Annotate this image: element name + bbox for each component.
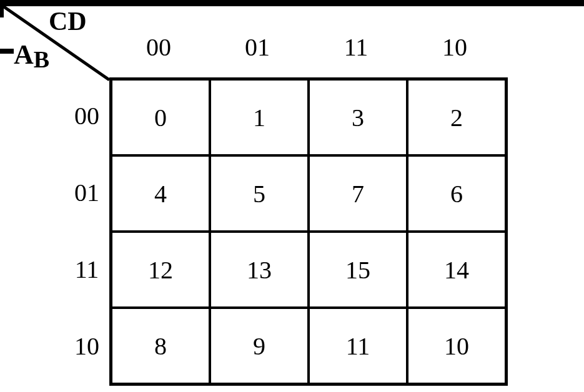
row-headers: 00 01 11 10 [66,77,108,385]
kmap-cell: 12 [111,232,210,308]
col-header: 11 [307,25,405,69]
kmap-cell: 3 [309,79,407,155]
kmap-cell: 5 [210,155,309,232]
kmap-cell: 8 [111,308,210,384]
kmap-cell: 7 [309,155,407,232]
kmap-cell: 9 [210,308,309,384]
kmap-cell: 1 [210,79,309,155]
row-header: 00 [66,77,108,154]
row-header: 11 [66,231,108,308]
column-headers: 00 01 11 10 [109,25,504,69]
kmap-cell: 13 [210,232,309,308]
col-header: 10 [405,25,504,69]
kmap-cell: 10 [407,308,506,384]
kmap-cell: 11 [309,308,407,384]
row-header: 01 [66,154,108,231]
kmap-cell: 6 [407,155,506,232]
kmap-cell: 14 [407,232,506,308]
col-header: 01 [208,25,307,69]
row-header: 10 [66,308,108,385]
kmap-cell: 2 [407,79,506,155]
kmap-cell: 15 [309,232,407,308]
col-header: 00 [109,25,208,69]
kmap-grid: 0 1 3 2 4 5 7 6 12 13 15 14 8 9 11 10 [109,77,508,386]
kmap-cell: 4 [111,155,210,232]
kmap-cell: 0 [111,79,210,155]
kmap-diagram: CD AB 00 01 11 10 00 01 11 10 0 1 3 2 4 … [0,0,584,392]
svg-line-0 [3,6,109,80]
